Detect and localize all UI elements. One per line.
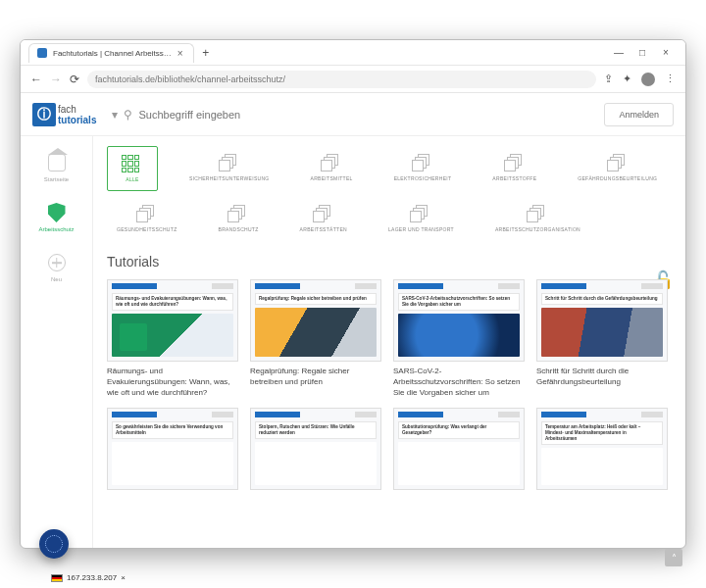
login-button[interactable]: Anmelden	[604, 103, 674, 126]
stack-icon	[219, 154, 240, 172]
tutorial-card[interactable]: Regalprüfung: Regale sicher betreiben un…	[250, 279, 381, 398]
tutorial-thumb: Räumungs- und Evakuierungsübungen: Wann,…	[107, 279, 238, 362]
browser-menu-icon[interactable]: ⋮	[665, 73, 676, 86]
extensions-icon[interactable]: ✦	[623, 73, 631, 86]
window-titlebar: Fachtutorials | Channel Arbeitss… × + — …	[21, 40, 685, 66]
stack-icon	[136, 205, 158, 222]
filter-arbeitsstoffe[interactable]: ARBEITSSTOFFE	[482, 146, 546, 191]
section-title: Tutorials	[107, 254, 668, 270]
filter-gefaehrdungsbeurteilung[interactable]: GEFÄHRDUNGSBEURTEILUNG	[568, 146, 667, 191]
maximize-button[interactable]: □	[636, 47, 648, 58]
filter-arbeitsmittel[interactable]: ARBEITSMITTEL	[301, 146, 363, 191]
fingerprint-icon	[45, 535, 63, 553]
tutorial-card[interactable]: Substitutionsprüfung: Was verlangt der G…	[393, 408, 525, 490]
home-icon	[46, 152, 68, 173]
filter-brandschutz[interactable]: BRANDSCHUTZ	[209, 197, 269, 240]
tutorial-thumb: SARS-CoV-2-Arbeitsschutzvorschriften: So…	[393, 279, 525, 362]
filter-sicherheitsunterweisung[interactable]: SICHERHEITSUNTERWEISUNG	[179, 146, 279, 191]
tutorial-title: SARS-CoV-2-Arbeitsschutzvorschriften: So…	[393, 366, 525, 398]
filter-label: GEFÄHRDUNGSBEURTEILUNG	[578, 175, 657, 181]
filter-arbeitsstaetten[interactable]: ARBEITSSTÄTTEN	[290, 197, 357, 240]
nav-back-icon[interactable]: ←	[30, 73, 42, 86]
sidebar-item-new[interactable]: Neu	[21, 244, 92, 290]
stack-icon	[504, 154, 526, 172]
sidebar-item-label: Arbeitsschutz	[38, 226, 74, 232]
thumb-caption: SARS-CoV-2-Arbeitsschutzvorschriften: So…	[398, 293, 520, 311]
sidebar-item-label: Startseite	[44, 176, 69, 182]
tutorial-thumb: Regalprüfung: Regale sicher betreiben un…	[250, 279, 381, 362]
tutorial-thumb: Substitutionsprüfung: Was verlangt der G…	[393, 408, 525, 490]
tutorial-card[interactable]: Temperatur am Arbeitsplatz: Heiß oder ka…	[536, 408, 668, 490]
dropdown-caret-icon[interactable]: ▾	[112, 108, 118, 122]
search-wrap: ▾ ⚲	[112, 108, 594, 122]
tutorial-title: Schritt für Schritt durch die Gefährdung…	[536, 366, 668, 387]
filter-icon[interactable]: ⚲	[124, 108, 132, 122]
sidebar-item-arbeitsschutz[interactable]: Arbeitsschutz	[21, 194, 92, 240]
tutorial-card[interactable]: Räumungs- und Evakuierungsübungen: Wann,…	[107, 279, 238, 398]
stack-icon	[412, 154, 433, 172]
fingerprint-fab[interactable]	[39, 529, 69, 559]
new-tab-button[interactable]: +	[198, 45, 214, 61]
filter-arbeitsschutzorganisation[interactable]: ARBEITSSCHUTZORGANISATION	[485, 197, 590, 240]
page-body: Startseite Arbeitsschutz Neu ALLE	[21, 136, 685, 548]
thumb-caption: So gewährleisten Sie die sichere Verwend…	[112, 421, 233, 439]
tutorial-grid: 🔓 Räumungs- und Evakuierungsübungen: Wan…	[107, 279, 668, 490]
tutorial-title: Regalprüfung: Regale sicher betreiben un…	[250, 366, 381, 387]
tab-title: Fachtutorials | Channel Arbeitss…	[53, 49, 172, 58]
filter-label: ARBEITSSTÄTTEN	[300, 226, 347, 232]
sidebar: Startseite Arbeitsschutz Neu	[21, 136, 93, 548]
filter-alle[interactable]: ALLE	[107, 146, 158, 191]
thumb-caption: Temperatur am Arbeitsplatz: Heiß oder ka…	[541, 421, 663, 445]
minimize-button[interactable]: —	[613, 47, 625, 58]
window-controls: — □ ×	[613, 47, 681, 58]
ip-close-icon[interactable]: ×	[121, 573, 126, 582]
filter-elektrosicherheit[interactable]: ELEKTROSICHERHEIT	[384, 146, 462, 191]
stack-icon	[227, 205, 249, 222]
url-field[interactable]: fachtutorials.de/bibliothek/channel-arbe…	[87, 71, 596, 88]
stack-icon	[527, 205, 548, 222]
address-bar: ← → ⟳ fachtutorials.de/bibliothek/channe…	[21, 66, 685, 93]
profile-avatar[interactable]	[641, 73, 655, 86]
stack-icon	[410, 205, 431, 222]
tab-close-icon[interactable]: ×	[177, 48, 183, 59]
ip-text: 167.233.8.207	[67, 573, 117, 582]
tutorial-card[interactable]: SARS-CoV-2-Arbeitsschutzvorschriften: So…	[393, 279, 525, 398]
grid-icon	[122, 155, 143, 172]
tutorial-thumb: Stolpern, Rutschen und Stürzen: Wie Unfä…	[250, 408, 381, 490]
page: ⓘ fach tutorials ▾ ⚲ Anmelden Startseite	[21, 93, 685, 548]
window-close-button[interactable]: ×	[660, 47, 672, 58]
browser-right-icons: ⇪ ✦ ⋮	[604, 73, 676, 86]
browser-tab[interactable]: Fachtutorials | Channel Arbeitss… ×	[28, 43, 194, 63]
ip-widget[interactable]: 167.233.8.207 ×	[51, 573, 126, 582]
filter-label: BRANDSCHUTZ	[219, 226, 259, 232]
nav-reload-icon[interactable]: ⟳	[70, 73, 79, 86]
share-icon[interactable]: ⇪	[604, 73, 613, 86]
logo-mark: ⓘ	[32, 103, 56, 126]
browser-window: Fachtutorials | Channel Arbeitss… × + — …	[20, 39, 686, 549]
filter-gesundheitsschutz[interactable]: GESUNDHEITSSCHUTZ	[107, 197, 187, 240]
tutorial-card[interactable]: Schritt für Schritt durch die Gefährdung…	[536, 279, 668, 398]
favicon	[37, 48, 47, 58]
filter-label: ALLE	[126, 176, 138, 182]
thumb-caption: Substitutionsprüfung: Was verlangt der G…	[398, 421, 520, 439]
thumb-caption: Stolpern, Rutschen und Stürzen: Wie Unfä…	[255, 421, 377, 439]
stack-icon	[321, 154, 342, 172]
tutorial-thumb: Schritt für Schritt durch die Gefährdung…	[536, 279, 668, 362]
thumb-caption: Schritt für Schritt durch die Gefährdung…	[541, 293, 663, 305]
site-logo[interactable]: ⓘ fach tutorials	[32, 103, 96, 126]
category-filters: ALLE SICHERHEITSUNTERWEISUNG ARBEITSMITT…	[107, 146, 668, 240]
sidebar-item-home[interactable]: Startseite	[21, 144, 92, 190]
sidebar-item-label: Neu	[51, 276, 62, 282]
tutorial-card[interactable]: Stolpern, Rutschen und Stürzen: Wie Unfä…	[250, 408, 381, 490]
nav-forward-icon[interactable]: →	[50, 73, 62, 86]
filter-label: LAGER UND TRANSPORT	[388, 226, 454, 232]
stack-icon	[313, 205, 334, 222]
tutorial-thumb: So gewährleisten Sie die sichere Verwend…	[107, 408, 238, 490]
search-input[interactable]	[138, 109, 594, 121]
filter-lager-und-transport[interactable]: LAGER UND TRANSPORT	[378, 197, 464, 240]
scroll-top-button[interactable]: ˄	[665, 549, 682, 566]
tutorial-thumb: Temperatur am Arbeitsplatz: Heiß oder ka…	[536, 408, 668, 490]
main-content[interactable]: ALLE SICHERHEITSUNTERWEISUNG ARBEITSMITT…	[93, 136, 685, 548]
tutorial-card[interactable]: So gewährleisten Sie die sichere Verwend…	[107, 408, 238, 490]
filter-label: SICHERHEITSUNTERWEISUNG	[189, 175, 270, 181]
